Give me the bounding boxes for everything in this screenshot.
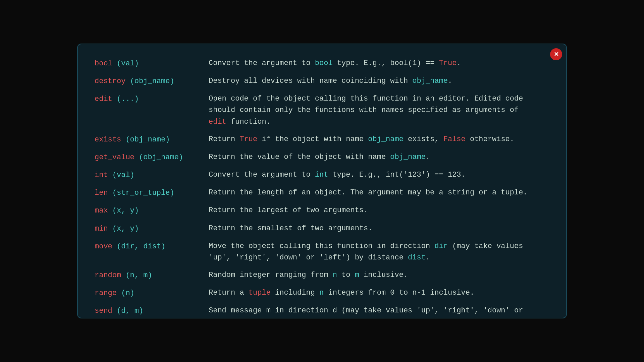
signature: send (d, m) (95, 305, 209, 317)
list-item: range (n) Return a tuple including n int… (95, 287, 549, 299)
list-item: bool (val) Convert the argument to bool … (95, 58, 549, 69)
reference-dialog: bool (val) Convert the argument to bool … (77, 44, 567, 318)
signature: move (dir, dist) (95, 241, 209, 252)
list-item: destroy (obj_name) Destroy all devices w… (95, 75, 549, 87)
signature: random (n, m) (95, 269, 209, 281)
list-item: random (n, m) Random integer ranging fro… (95, 269, 549, 281)
description: Return the largest of two arguments. (209, 205, 549, 216)
list-item: min (x, y) Return the smallest of two ar… (95, 223, 549, 235)
description: Send message m in direction d (may take … (209, 305, 549, 318)
list-item: int (val) Convert the argument to int ty… (95, 169, 549, 181)
description: Convert the argument to int type. E.g., … (209, 169, 549, 181)
list-item: exists (obj_name) Return True if the obj… (95, 134, 549, 145)
list-item: edit (...) Open code of the object calli… (95, 93, 549, 127)
signature: exists (obj_name) (95, 134, 209, 145)
list-item: move (dir, dist) Move the object calling… (95, 241, 549, 263)
description: Return a tuple including n integers from… (209, 287, 549, 299)
reference-table: bool (val) Convert the argument to bool … (95, 58, 549, 318)
signature: range (n) (95, 287, 209, 299)
signature: min (x, y) (95, 223, 209, 235)
signature: len (str_or_tuple) (95, 187, 209, 199)
description: Open code of the object calling this fun… (209, 93, 549, 127)
description: Return the value of the object with name… (209, 152, 549, 163)
description: Random integer ranging from n to m inclu… (209, 269, 549, 281)
description: Return True if the object with name obj_… (209, 134, 549, 145)
description: Move the object calling this function in… (209, 241, 549, 263)
signature: destroy (obj_name) (95, 75, 209, 87)
list-item: get_value (obj_name) Return the value of… (95, 152, 549, 163)
signature: max (x, y) (95, 205, 209, 217)
description: Destroy all devices with name coinciding… (209, 75, 549, 87)
signature: int (val) (95, 169, 209, 181)
list-item: len (str_or_tuple) Return the length of … (95, 187, 549, 199)
description: Return the smallest of two arguments. (209, 223, 549, 234)
signature: edit (...) (95, 93, 209, 105)
list-item: send (d, m) Send message m in direction … (95, 305, 549, 318)
description: Return the length of an object. The argu… (209, 187, 549, 198)
close-button[interactable] (550, 48, 562, 60)
list-item: max (x, y) Return the largest of two arg… (95, 205, 549, 217)
signature: bool (val) (95, 58, 209, 69)
signature: get_value (obj_name) (95, 152, 209, 163)
description: Convert the argument to bool type. E.g.,… (209, 58, 549, 69)
